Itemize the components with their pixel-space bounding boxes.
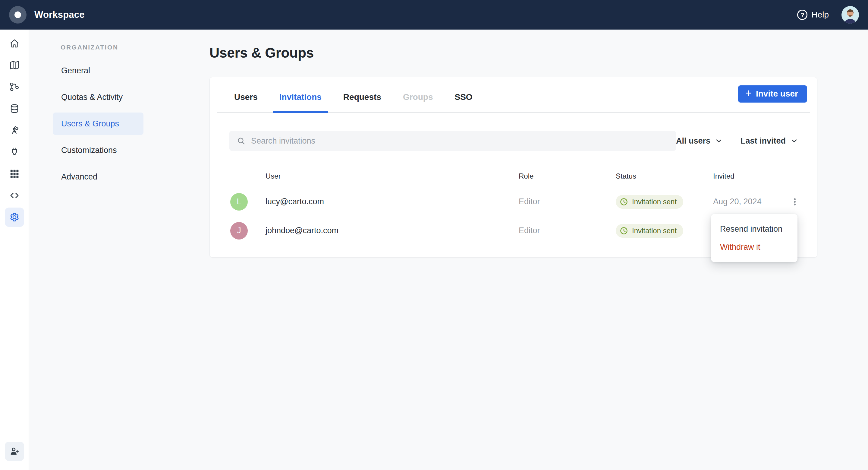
table-header-row: User Role Status Invited [230, 165, 805, 187]
search-box [229, 131, 676, 151]
logo-dot-icon [14, 11, 21, 18]
users-filter-value: All users [676, 136, 710, 146]
sidebar-item-label: Customizations [61, 146, 117, 155]
help-label: Help [811, 10, 829, 20]
tab-sso[interactable]: SSO [448, 77, 479, 113]
menu-item-resend-invitation[interactable]: Resend invitation [711, 220, 798, 238]
tab-users[interactable]: Users [227, 77, 264, 113]
tabs: Users Invitations Requests Groups SSO [227, 77, 479, 113]
rail-item-connections[interactable] [5, 142, 24, 162]
chevron-down-icon [715, 137, 723, 145]
search-icon [237, 136, 246, 145]
user-role: Editor [519, 226, 616, 235]
telescope-icon [9, 125, 20, 136]
status-label: Invitation sent [632, 198, 677, 206]
column-header-status: Status [616, 172, 713, 180]
app-title: Workspace [34, 9, 85, 20]
search-input[interactable] [251, 136, 669, 146]
sidebar-item-label: General [61, 66, 90, 76]
avatar: L [230, 193, 248, 211]
avatar: J [230, 222, 248, 239]
user-email: lucy@carto.com [266, 197, 519, 206]
home-icon [9, 38, 20, 49]
tabs-row: Users Invitations Requests Groups SSO + … [210, 77, 817, 113]
sort-filter-dropdown[interactable]: Last invited [741, 136, 798, 146]
user-email: johndoe@carto.com [266, 226, 519, 235]
rail-item-add-user[interactable] [5, 442, 24, 461]
clock-icon [619, 197, 628, 206]
tab-groups: Groups [396, 77, 440, 113]
rail-item-workflows[interactable] [5, 77, 24, 96]
rail-item-developers[interactable] [5, 186, 24, 205]
sidebar-nav: General Quotas & Activity Users & Groups… [53, 59, 144, 188]
row-context-menu: Resend invitation Withdraw it [711, 214, 798, 262]
avatar-photo-icon [841, 6, 859, 24]
users-groups-card: Users Invitations Requests Groups SSO + … [210, 77, 817, 258]
rail-item-data[interactable] [5, 99, 24, 118]
sidebar-item-users-groups[interactable]: Users & Groups [53, 113, 144, 135]
invited-date: Aug 20, 2024 [713, 197, 788, 206]
menu-item-withdraw[interactable]: Withdraw it [711, 238, 798, 256]
app-shell: ORGANIZATION General Quotas & Activity U… [0, 30, 868, 470]
database-icon [9, 103, 20, 114]
row-actions-button[interactable] [788, 195, 801, 208]
chevron-down-icon [790, 137, 798, 145]
sidebar-section-label: ORGANIZATION [61, 44, 147, 51]
column-header-role: Role [519, 172, 616, 180]
map-icon [9, 60, 20, 70]
rail-item-applications[interactable] [5, 164, 24, 183]
rail-item-settings[interactable] [5, 208, 24, 227]
plus-icon: + [745, 88, 752, 99]
rail-item-home[interactable] [5, 34, 24, 53]
sidebar-item-label: Users & Groups [61, 119, 119, 128]
user-avatar[interactable] [841, 6, 859, 24]
invite-user-label: Invite user [756, 89, 798, 99]
list-toolbar: All users Last invited [229, 131, 798, 151]
plug-icon [9, 147, 20, 157]
page-title: Users & Groups [210, 45, 868, 61]
gear-icon [9, 212, 20, 223]
clock-icon [619, 226, 628, 235]
person-add-icon [9, 446, 20, 457]
settings-sidebar: ORGANIZATION General Quotas & Activity U… [29, 30, 147, 470]
help-icon: ? [797, 10, 807, 20]
column-header-user: User [266, 172, 519, 180]
status-badge: Invitation sent [616, 195, 683, 209]
sidebar-item-label: Advanced [61, 172, 97, 182]
invite-user-button[interactable]: + Invite user [738, 85, 807, 102]
tab-requests[interactable]: Requests [337, 77, 388, 113]
topbar: Workspace ? Help [0, 0, 868, 30]
workflow-icon [9, 82, 20, 92]
sidebar-item-label: Quotas & Activity [61, 93, 123, 102]
table-row: L lucy@carto.com Editor Invitation sent … [230, 187, 805, 216]
tab-invitations[interactable]: Invitations [273, 77, 328, 113]
sort-filter-value: Last invited [741, 136, 786, 146]
sidebar-item-customizations[interactable]: Customizations [53, 139, 144, 161]
rail-item-maps[interactable] [5, 56, 24, 75]
sidebar-item-general[interactable]: General [53, 59, 144, 82]
users-filter-dropdown[interactable]: All users [676, 136, 723, 146]
sidebar-item-advanced[interactable]: Advanced [53, 166, 144, 188]
rail-item-explore[interactable] [5, 121, 24, 140]
grid-apps-icon [9, 168, 20, 179]
nav-rail [0, 30, 29, 470]
main-content: Users & Groups Users Invitations Request… [147, 30, 868, 470]
column-header-invited: Invited [713, 172, 788, 180]
sidebar-item-quotas-activity[interactable]: Quotas & Activity [53, 86, 144, 108]
kebab-icon [790, 197, 799, 206]
help-button[interactable]: ? Help [797, 10, 829, 20]
user-role: Editor [519, 197, 616, 206]
code-icon [9, 190, 20, 201]
status-label: Invitation sent [632, 227, 677, 235]
status-badge: Invitation sent [616, 224, 683, 238]
workspace-logo [9, 6, 27, 24]
